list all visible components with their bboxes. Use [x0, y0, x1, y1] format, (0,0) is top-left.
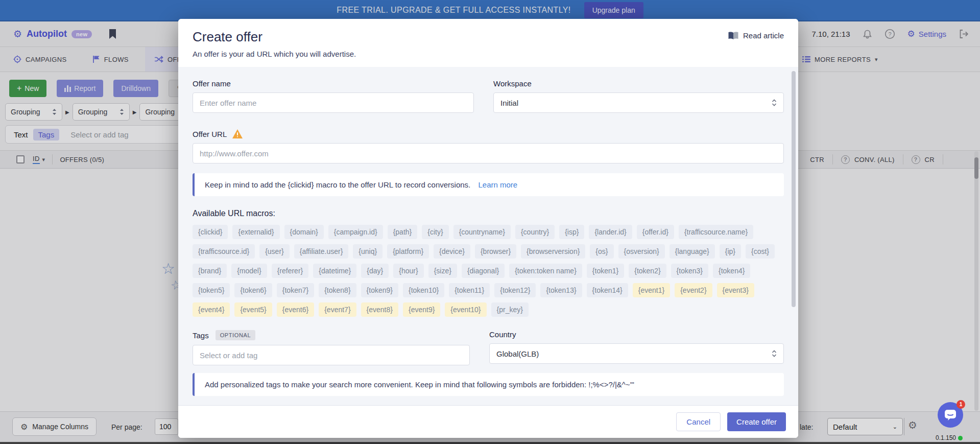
modal-header: Create offer An offer is your ad URL whi…	[178, 19, 798, 67]
macro-chip[interactable]: {token:token name}	[509, 264, 582, 278]
macro-chip[interactable]: {event8}	[361, 302, 398, 317]
macro-chip[interactable]: {event9}	[403, 302, 440, 317]
learn-more-link[interactable]: Learn more	[478, 180, 517, 189]
macro-chip[interactable]: {token13}	[540, 283, 582, 297]
country-select-value: Global(GLB)	[496, 349, 539, 358]
tags-input[interactable]	[193, 345, 470, 365]
macro-chip[interactable]: {day}	[361, 264, 389, 278]
app-root: FREE TRIAL. UPGRADE & GET FULL ACCESS IN…	[0, 0, 980, 444]
chevron-up-down-icon	[772, 99, 777, 106]
macro-chip[interactable]: {os}	[590, 244, 613, 259]
offer-url-label: Offer URL	[193, 130, 227, 138]
offer-name-input[interactable]	[193, 92, 474, 113]
chat-icon	[944, 409, 957, 420]
macro-chip[interactable]: {lander.id}	[589, 225, 632, 239]
macro-chip[interactable]: {event4}	[193, 302, 230, 317]
chat-widget-button[interactable]: 1	[938, 402, 963, 428]
clickid-note: Keep in mind to add the {clickid} macro …	[193, 173, 784, 196]
offer-name-label: Offer name	[193, 79, 474, 88]
macro-chip[interactable]: {user}	[259, 244, 290, 259]
macro-chip[interactable]: {city}	[422, 225, 448, 239]
macro-chip[interactable]: {campaign.id}	[328, 225, 383, 239]
workspace-select[interactable]: Initial	[493, 92, 784, 113]
workspace-label: Workspace	[493, 79, 784, 88]
macro-chip[interactable]: {pr_key}	[491, 302, 529, 317]
macro-chip[interactable]: {isp}	[559, 225, 584, 239]
macro-chip[interactable]: {token14}	[587, 283, 628, 297]
modal-title: Create offer	[193, 29, 784, 45]
country-select[interactable]: Global(GLB)	[489, 343, 784, 364]
book-icon	[728, 32, 738, 40]
macro-chip[interactable]: {countryname}	[453, 225, 511, 239]
status-dot	[958, 436, 963, 440]
macro-chip[interactable]: {event5}	[234, 302, 272, 317]
macro-chip[interactable]: {trafficsource.id}	[193, 244, 255, 259]
modal-subtitle: An offer is your ad URL which you will a…	[193, 50, 784, 58]
tags-label: Tags	[193, 331, 209, 340]
modal-scrollbar-thumb[interactable]	[792, 71, 796, 307]
macro-chip[interactable]: {clickid}	[193, 225, 228, 239]
macro-chip-list: {clickid}{externalid}{domain}{campaign.i…	[193, 225, 785, 317]
version-label: 0.1.150	[936, 434, 956, 441]
macro-chip[interactable]: {hour}	[393, 264, 423, 278]
cancel-button[interactable]: Cancel	[676, 412, 721, 431]
macro-chip[interactable]: {brand}	[193, 264, 227, 278]
macro-chip[interactable]: {event6}	[277, 302, 314, 317]
chat-unread-badge: 1	[957, 400, 965, 409]
macro-chip[interactable]: {device}	[434, 244, 470, 259]
macro-chip[interactable]: {event1}	[633, 283, 670, 297]
read-article-link[interactable]: Read article	[728, 31, 784, 40]
create-offer-modal: Create offer An offer is your ad URL whi…	[178, 19, 798, 438]
version-indicator: 0.1.150	[936, 434, 963, 441]
chevron-up-down-icon	[772, 350, 777, 357]
macro-chip[interactable]: {trafficsource.name}	[679, 225, 753, 239]
macro-chip[interactable]: {token3}	[671, 264, 708, 278]
macro-chip[interactable]: {event3}	[717, 283, 754, 297]
macro-chip[interactable]: {uniq}	[353, 244, 383, 259]
macro-chip[interactable]: {token4}	[713, 264, 750, 278]
macro-chip[interactable]: {browser}	[475, 244, 516, 259]
macro-chip[interactable]: {token2}	[629, 264, 666, 278]
warning-icon	[232, 129, 243, 138]
modal-body: Offer name Workspace Initial Offer URL	[178, 67, 798, 405]
macros-heading: Available URL macros:	[193, 209, 784, 218]
macro-chip[interactable]: {domain}	[284, 225, 324, 239]
macro-chip[interactable]: {cost}	[746, 244, 775, 259]
macro-chip[interactable]: {osversion}	[618, 244, 665, 259]
macro-chip[interactable]: {browserversion}	[521, 244, 585, 259]
workspace-select-value: Initial	[500, 99, 518, 107]
macro-chip[interactable]: {token1}	[587, 264, 624, 278]
tags-note: Add personalized tags to make your searc…	[193, 373, 784, 396]
macro-chip[interactable]: {token8}	[319, 283, 356, 297]
clickid-note-text: Keep in mind to add the {clickid} macro …	[205, 180, 470, 189]
macro-chip[interactable]: {token12}	[494, 283, 536, 297]
country-label: Country	[489, 330, 784, 339]
macro-chip[interactable]: {model}	[231, 264, 267, 278]
macro-chip[interactable]: {language}	[670, 244, 715, 259]
macro-chip[interactable]: {event10}	[445, 302, 486, 317]
macro-chip[interactable]: {ip}	[720, 244, 741, 259]
macro-chip[interactable]: {size}	[428, 264, 457, 278]
macro-chip[interactable]: {referer}	[272, 264, 309, 278]
macro-chip[interactable]: {token9}	[361, 283, 398, 297]
macro-chip[interactable]: {platform}	[387, 244, 429, 259]
macro-chip[interactable]: {token11}	[449, 283, 490, 297]
macro-chip[interactable]: {externalid}	[232, 225, 279, 239]
offer-url-input[interactable]	[193, 143, 784, 163]
macro-chip[interactable]: {offer.id}	[637, 225, 674, 239]
macro-chip[interactable]: {path}	[388, 225, 418, 239]
read-article-label: Read article	[743, 31, 784, 40]
macro-chip[interactable]: {token6}	[234, 283, 272, 297]
modal-footer: Cancel Create offer	[178, 405, 798, 438]
macro-chip[interactable]: {affiliate.user}	[294, 244, 349, 259]
macro-chip[interactable]: {country}	[515, 225, 555, 239]
macro-chip[interactable]: {diagonal}	[462, 264, 505, 278]
create-offer-button[interactable]: Create offer	[727, 412, 786, 431]
optional-badge: OPTIONAL	[216, 330, 255, 340]
macro-chip[interactable]: {token5}	[193, 283, 230, 297]
macro-chip[interactable]: {event2}	[675, 283, 712, 297]
macro-chip[interactable]: {event7}	[319, 302, 356, 317]
macro-chip[interactable]: {token7}	[277, 283, 314, 297]
macro-chip[interactable]: {token10}	[403, 283, 444, 297]
macro-chip[interactable]: {datetime}	[313, 264, 356, 278]
